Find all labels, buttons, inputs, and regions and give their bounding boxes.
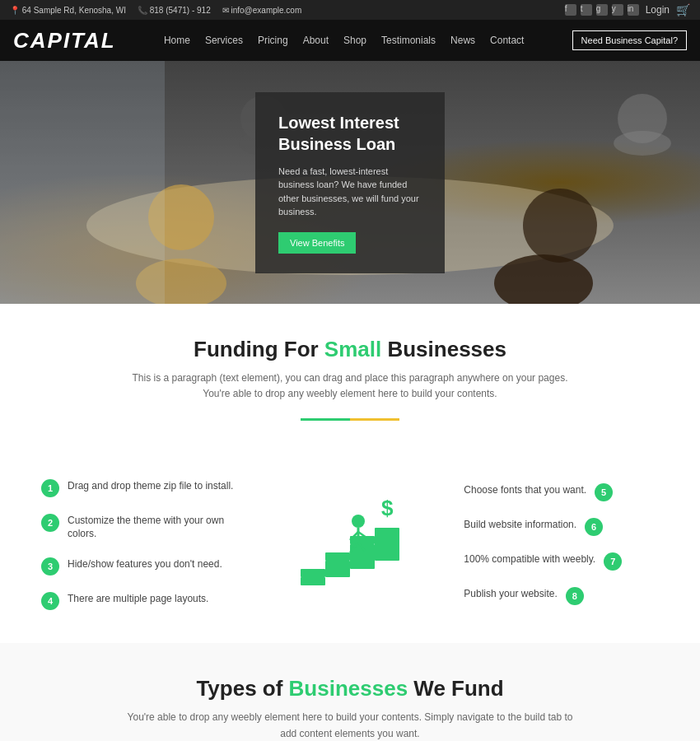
features-right: 5 Choose fonts that you want. 6 Build we…	[464, 483, 659, 605]
feature-item-2: 2 Customize the theme with your own colo…	[41, 514, 236, 542]
facebook-icon[interactable]: f	[565, 4, 576, 16]
hero-description: Need a fast, lowest-interest business lo…	[278, 165, 422, 219]
nav-pricing[interactable]: Pricing	[258, 35, 288, 46]
feature-num-3: 3	[41, 557, 59, 576]
feature-num-4: 4	[41, 592, 59, 610]
top-bar-right: f t g y in Login 🛒	[565, 3, 690, 16]
feature-num-2: 2	[41, 514, 59, 532]
nav-testimonials[interactable]: Testimonials	[381, 35, 436, 46]
divider-yellow	[350, 418, 399, 421]
svg-point-8	[618, 94, 667, 143]
feature-text-1: Drag and drop theme zip file to install.	[68, 479, 233, 493]
svg-rect-10	[301, 577, 325, 585]
nav-home[interactable]: Home	[164, 35, 190, 46]
features-illustration: $	[253, 478, 448, 610]
header-cta-button[interactable]: Need Business Capital?	[572, 30, 687, 50]
svg-rect-16	[375, 528, 399, 561]
header: CAPITAL Home Services Pricing About Shop…	[0, 20, 700, 61]
types-section: Types of Businesses We Fund You're able …	[0, 643, 700, 741]
top-bar: 📍 64 Sample Rd, Kenosha, WI 📞 818 (5471)…	[0, 0, 700, 20]
funding-section: Funding For Small Businesses This is a p…	[0, 304, 700, 462]
main-nav: Home Services Pricing About Shop Testimo…	[164, 35, 525, 46]
stairs-svg: $	[284, 478, 416, 610]
svg-rect-11	[301, 569, 325, 577]
feature-item-6: 6 Build website information.	[464, 518, 659, 536]
google-icon[interactable]: g	[596, 4, 608, 16]
feature-text-5: Choose fonts that you want.	[464, 483, 586, 497]
feature-item-1: 1 Drag and drop theme zip file to instal…	[41, 479, 236, 497]
login-link[interactable]: Login	[646, 4, 670, 16]
features-section: 1 Drag and drop theme zip file to instal…	[0, 462, 700, 643]
svg-point-6	[523, 189, 597, 263]
section-divider	[301, 418, 399, 421]
hero-section: Lowest Interest Business Loan Need a fas…	[0, 61, 700, 304]
types-paragraph: You're able to drop any weebly element h…	[119, 710, 581, 741]
linkedin-icon[interactable]: in	[628, 4, 639, 16]
nav-shop[interactable]: Shop	[343, 35, 366, 46]
feature-item-5: 5 Choose fonts that you want.	[464, 483, 659, 501]
funding-heading: Funding For Small Businesses	[66, 337, 634, 362]
svg-rect-12	[325, 561, 350, 577]
nav-services[interactable]: Services	[205, 35, 243, 46]
nav-news[interactable]: News	[450, 35, 475, 46]
feature-num-6: 6	[585, 518, 603, 536]
feature-text-2: Customize the theme with your own colors…	[68, 514, 236, 542]
feature-num-5: 5	[595, 483, 613, 501]
feature-item-8: 8 Publish your website.	[464, 587, 659, 605]
hero-content-box: Lowest Interest Business Loan Need a fas…	[255, 92, 445, 273]
feature-item-4: 4 There are multiple page layouts.	[41, 592, 236, 610]
phone: 📞 818 (5471) - 912	[138, 6, 211, 15]
nav-about[interactable]: About	[303, 35, 329, 46]
feature-item-3: 3 Hide/show features you don't need.	[41, 557, 236, 576]
cart-icon[interactable]: 🛒	[676, 3, 690, 16]
svg-rect-13	[325, 552, 350, 561]
feature-num-7: 7	[604, 552, 622, 571]
funding-paragraph: This is a paragraph (text element), you …	[119, 370, 581, 402]
feature-text-3: Hide/show features you don't need.	[68, 557, 222, 571]
top-bar-info: 📍 64 Sample Rd, Kenosha, WI 📞 818 (5471)…	[10, 6, 301, 15]
feature-text-6: Build website information.	[464, 518, 576, 532]
svg-text:$: $	[381, 496, 394, 520]
logo: CAPITAL	[13, 28, 116, 54]
header-right: Need Business Capital?	[572, 30, 687, 50]
features-left: 1 Drag and drop theme zip file to instal…	[41, 479, 236, 611]
svg-point-17	[352, 515, 365, 528]
hero-cta-button[interactable]: View Benefits	[278, 232, 356, 254]
address: 📍 64 Sample Rd, Kenosha, WI	[10, 6, 126, 15]
feature-num-1: 1	[41, 479, 59, 497]
feature-text-7: 100% compatible with weebly.	[464, 552, 595, 566]
nav-contact[interactable]: Contact	[490, 35, 524, 46]
types-heading: Types of Businesses We Fund	[66, 676, 634, 701]
email: ✉ info@example.com	[222, 6, 302, 15]
svg-rect-9	[0, 61, 165, 304]
twitter-icon[interactable]: t	[581, 4, 592, 16]
feature-text-4: There are multiple page layouts.	[68, 592, 208, 606]
social-icons: f t g y in	[565, 4, 639, 16]
divider-green	[301, 418, 350, 421]
hero-title: Lowest Interest Business Loan	[278, 112, 422, 155]
feature-text-8: Publish your website.	[464, 587, 557, 601]
feature-num-8: 8	[566, 587, 584, 605]
youtube-icon[interactable]: y	[612, 4, 623, 16]
feature-item-7: 7 100% compatible with weebly.	[464, 552, 659, 571]
